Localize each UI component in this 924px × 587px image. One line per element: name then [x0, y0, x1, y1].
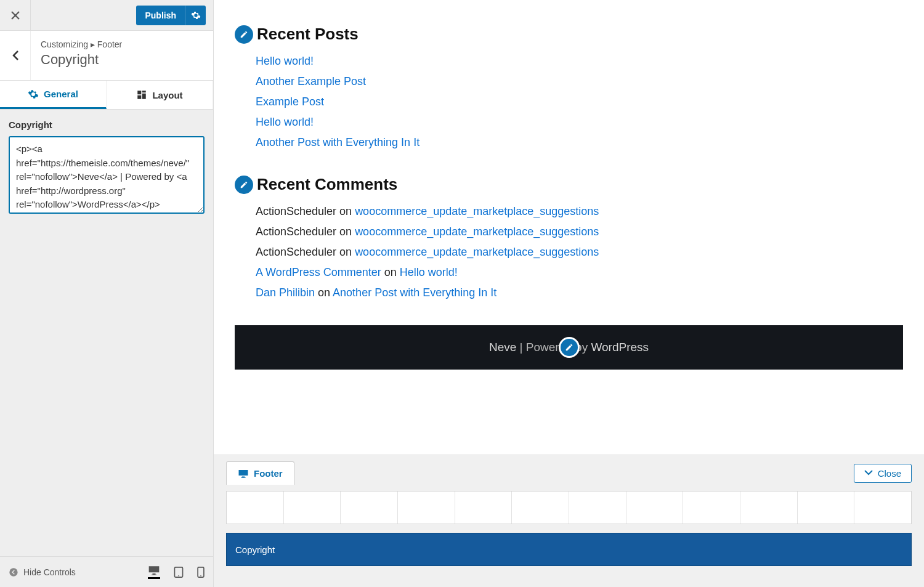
- pencil-icon: [240, 180, 248, 189]
- footer-link-theme[interactable]: Neve: [489, 341, 516, 354]
- gear-icon: [191, 10, 201, 20]
- copyright-section: Copyright: [0, 110, 213, 225]
- close-builder-button[interactable]: Close: [854, 464, 912, 483]
- device-mobile-button[interactable]: [197, 565, 205, 579]
- comment-on-text: on: [381, 266, 400, 278]
- list-item: Dan Philibin on Another Post with Everyt…: [256, 286, 903, 299]
- comment-author: ActionScheduler: [256, 225, 336, 238]
- breadcrumb: Customizing ▸ Footer Copyright: [0, 31, 213, 81]
- publish-button[interactable]: Publish: [136, 6, 185, 25]
- builder-cell[interactable]: [512, 492, 569, 524]
- section-heading: Copyright: [41, 52, 122, 68]
- builder-cell[interactable]: [683, 492, 740, 524]
- device-desktop-button[interactable]: [148, 565, 160, 579]
- builder-row-label: Copyright: [230, 537, 275, 562]
- copyright-label: Copyright: [9, 119, 205, 130]
- hide-controls-button[interactable]: Hide Controls: [9, 567, 76, 577]
- footer-builder-panel: Footer Close Copyright: [214, 455, 924, 587]
- builder-row-top[interactable]: [226, 491, 912, 524]
- builder-tab-footer[interactable]: Footer: [226, 461, 294, 485]
- sidebar-header: Publish: [0, 0, 213, 31]
- preview-page: Recent Posts Hello world!Another Example…: [214, 0, 924, 455]
- post-link[interactable]: Another Post with Everything In It: [256, 136, 419, 148]
- edit-recent-posts-button[interactable]: [235, 25, 253, 44]
- site-footer: Neve | Powered by WordPress: [235, 325, 903, 370]
- svg-point-0: [9, 568, 17, 576]
- recent-posts-heading: Recent Posts: [235, 25, 903, 44]
- close-customizer-button[interactable]: [0, 0, 31, 31]
- device-tablet-button[interactable]: [174, 565, 184, 579]
- sidebar-footer: Hide Controls: [0, 556, 213, 587]
- section-tabs: General Layout: [0, 81, 213, 110]
- post-link[interactable]: Hello world!: [256, 55, 314, 67]
- chevron-left-icon: [12, 50, 19, 61]
- list-item: ActionScheduler on woocommerce_update_ma…: [256, 225, 903, 238]
- post-link[interactable]: Hello world!: [256, 116, 314, 128]
- builder-cell[interactable]: [284, 492, 341, 524]
- comment-author-link[interactable]: A WordPress Commenter: [256, 266, 381, 278]
- builder-row-copyright[interactable]: Copyright: [226, 533, 912, 566]
- edit-footer-button[interactable]: [559, 337, 580, 358]
- comment-author-link[interactable]: Dan Philibin: [256, 286, 315, 299]
- desktop-icon: [238, 469, 249, 479]
- preview-pane: Recent Posts Hello world!Another Example…: [214, 0, 924, 587]
- builder-cell[interactable]: [341, 492, 398, 524]
- customizer-sidebar: Publish Customizing ▸ Footer Copyright G…: [0, 0, 214, 587]
- edit-recent-comments-button[interactable]: [235, 176, 253, 194]
- copyright-textarea[interactable]: [9, 136, 205, 214]
- builder-cell[interactable]: [740, 492, 798, 524]
- comment-target-link[interactable]: Hello world!: [400, 266, 458, 278]
- tab-layout[interactable]: Layout: [107, 81, 213, 109]
- recent-posts-list: Hello world!Another Example PostExample …: [235, 55, 903, 149]
- recent-comments-heading: Recent Comments: [235, 175, 903, 194]
- device-preview-toggle: [148, 565, 205, 579]
- list-item: ActionScheduler on woocommerce_update_ma…: [256, 246, 903, 259]
- builder-cell[interactable]: [398, 492, 455, 524]
- gear-icon: [28, 89, 39, 100]
- pencil-icon: [240, 30, 248, 39]
- comment-on-text: on: [336, 205, 355, 217]
- comment-author: ActionScheduler: [256, 246, 336, 258]
- mobile-icon: [197, 567, 205, 578]
- breadcrumb-path: Customizing ▸ Footer: [41, 39, 122, 49]
- list-item: Hello world!: [256, 116, 903, 129]
- post-link[interactable]: Example Post: [256, 95, 324, 108]
- builder-cell[interactable]: [227, 492, 284, 524]
- list-item: ActionScheduler on woocommerce_update_ma…: [256, 205, 903, 218]
- recent-comments-list: ActionScheduler on woocommerce_update_ma…: [235, 205, 903, 299]
- svg-point-2: [178, 575, 179, 576]
- desktop-icon: [148, 565, 160, 576]
- comment-target-link[interactable]: woocommerce_update_marketplace_suggestio…: [355, 205, 599, 217]
- comment-target-link[interactable]: Another Post with Everything In It: [333, 286, 496, 299]
- comment-target-link[interactable]: woocommerce_update_marketplace_suggestio…: [355, 246, 599, 258]
- builder-cell[interactable]: [798, 492, 855, 524]
- svg-point-4: [200, 575, 201, 576]
- close-icon: [11, 11, 20, 20]
- publish-settings-button[interactable]: [185, 6, 206, 25]
- comment-author: ActionScheduler: [256, 205, 336, 217]
- chevron-down-icon: [864, 470, 873, 476]
- comment-target-link[interactable]: woocommerce_update_marketplace_suggestio…: [355, 225, 599, 238]
- comment-on-text: on: [336, 246, 355, 258]
- builder-cell[interactable]: [626, 492, 684, 524]
- publish-group: Publish: [136, 6, 206, 25]
- tablet-icon: [174, 567, 184, 578]
- comment-on-text: on: [336, 225, 355, 238]
- pencil-icon: [565, 343, 573, 352]
- list-item: Hello world!: [256, 55, 903, 68]
- builder-cell[interactable]: [569, 492, 626, 524]
- list-item: Example Post: [256, 95, 903, 108]
- back-button[interactable]: [0, 31, 31, 80]
- comment-on-text: on: [315, 286, 333, 299]
- chevron-left-circle-icon: [9, 567, 18, 577]
- builder-cell[interactable]: [455, 492, 513, 524]
- footer-separator: | Powered by: [516, 341, 591, 354]
- builder-cell[interactable]: [854, 492, 911, 524]
- list-item: Another Example Post: [256, 75, 903, 88]
- tab-general[interactable]: General: [0, 81, 107, 109]
- list-item: Another Post with Everything In It: [256, 136, 903, 149]
- post-link[interactable]: Another Example Post: [256, 75, 366, 87]
- list-item: A WordPress Commenter on Hello world!: [256, 266, 903, 279]
- layout-icon: [136, 89, 147, 100]
- footer-link-wordpress[interactable]: WordPress: [591, 341, 649, 354]
